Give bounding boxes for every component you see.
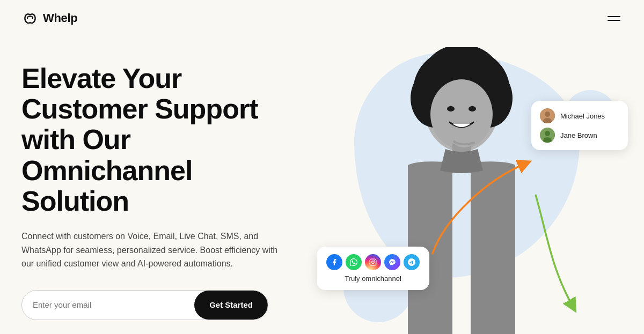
- facebook-icon: [326, 254, 342, 270]
- messenger-icon: [384, 254, 400, 270]
- agent-avatar-jane: [540, 128, 555, 143]
- instagram-icon: [365, 254, 381, 270]
- header: Whelp: [0, 0, 644, 36]
- hamburger-line-2: [608, 20, 620, 21]
- svg-point-10: [453, 135, 475, 147]
- telegram-icon: [404, 254, 420, 270]
- get-started-button[interactable]: Get Started: [194, 291, 268, 320]
- right-visual: Truly omnichannel Michael Jones: [311, 47, 623, 333]
- svg-point-12: [372, 261, 375, 264]
- menu-button[interactable]: [605, 14, 623, 23]
- svg-point-6: [447, 106, 455, 112]
- email-input[interactable]: [22, 291, 194, 320]
- agent-name-jane: Jane Brown: [560, 131, 597, 139]
- svg-point-7: [469, 106, 476, 112]
- svg-point-13: [374, 260, 375, 261]
- svg-point-15: [545, 112, 550, 117]
- svg-rect-11: [370, 259, 376, 265]
- subtext: Connect with customers on Voice, Email, …: [21, 229, 284, 271]
- headline: Elevate Your Customer Support with Our O…: [21, 63, 290, 217]
- agent-row-michael: Michael Jones: [540, 106, 619, 125]
- logo-text: Whelp: [43, 11, 78, 25]
- whelp-logo-icon: [21, 10, 39, 27]
- hamburger-line-1: [608, 16, 620, 17]
- omnichannel-card: Truly omnichannel: [317, 247, 429, 290]
- cta-form: Get Started: [21, 290, 268, 320]
- omnichannel-label: Truly omnichannel: [326, 274, 420, 283]
- agent-name-michael: Michael Jones: [560, 112, 605, 120]
- agents-card: Michael Jones Jane Brown: [531, 101, 628, 150]
- svg-point-18: [545, 131, 550, 136]
- person-image: [354, 47, 569, 334]
- channel-icons: [326, 254, 420, 270]
- agent-avatar-michael: [540, 108, 555, 123]
- agent-row-jane: Jane Brown: [540, 125, 619, 145]
- left-content: Elevate Your Customer Support with Our O…: [21, 47, 311, 320]
- whatsapp-icon: [346, 254, 362, 270]
- logo[interactable]: Whelp: [21, 10, 78, 27]
- hero-section: Elevate Your Customer Support with Our O…: [0, 36, 644, 333]
